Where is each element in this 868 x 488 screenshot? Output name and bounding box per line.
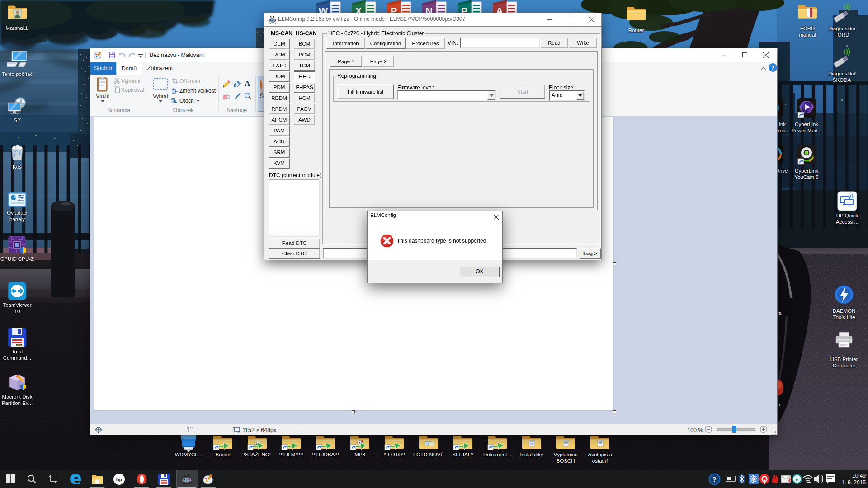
svg-text:e: e — [796, 476, 798, 483]
svg-text:hp: hp — [116, 477, 123, 482]
svg-text:config: config — [269, 22, 276, 24]
svg-text:config: config — [183, 482, 192, 484]
svg-text:■64■: ■64■ — [17, 344, 22, 346]
svg-text:?: ? — [712, 475, 717, 484]
svg-text:?: ? — [771, 64, 774, 71]
